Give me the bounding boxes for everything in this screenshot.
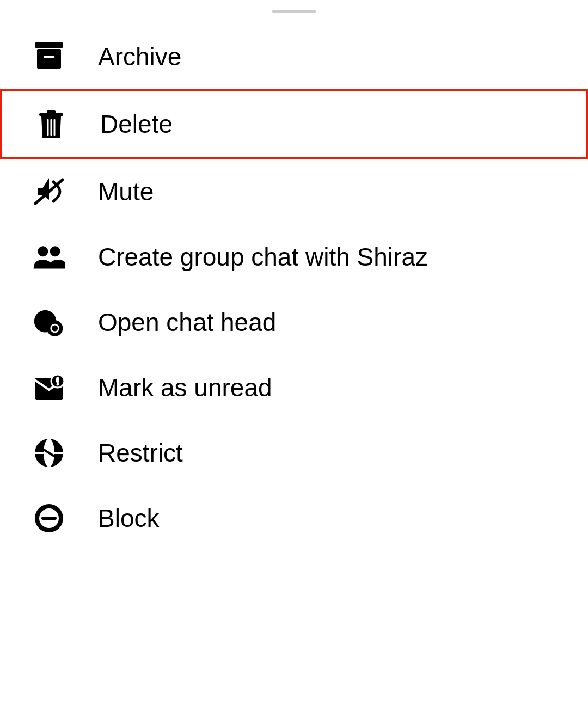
menu-label-archive: Archive (98, 42, 181, 71)
menu-item-create-group[interactable]: Create group chat with Shiraz (0, 224, 588, 290)
svg-point-14 (52, 326, 58, 332)
svg-rect-1 (37, 49, 61, 69)
menu-label-delete: Delete (100, 109, 173, 139)
menu-label-create-group: Create group chat with Shiraz (98, 242, 428, 272)
menu-label-open-chat-head: Open chat head (98, 308, 276, 337)
menu-label-restrict: Restrict (98, 438, 183, 468)
mute-icon (33, 175, 76, 208)
archive-icon (33, 40, 76, 73)
menu-item-mute[interactable]: Mute (0, 159, 588, 224)
svg-point-9 (38, 246, 48, 256)
svg-rect-25 (41, 517, 57, 520)
menu-item-mark-unread[interactable]: Mark as unread (0, 355, 588, 420)
svg-rect-0 (35, 42, 63, 48)
group-icon (33, 241, 76, 273)
svg-point-10 (50, 246, 60, 256)
menu-item-open-chat-head[interactable]: Open chat head (0, 290, 588, 355)
svg-rect-2 (44, 56, 54, 58)
svg-rect-17 (56, 377, 59, 383)
menu-container: Archive Delete Mute Create group chat wi… (0, 13, 588, 562)
menu-item-restrict[interactable]: Restrict (0, 420, 588, 486)
svg-point-18 (57, 383, 59, 386)
chat-head-icon (33, 306, 76, 339)
menu-item-delete[interactable]: Delete (0, 89, 588, 159)
delete-icon (35, 108, 78, 140)
menu-label-mark-unread: Mark as unread (98, 373, 272, 402)
block-icon (33, 502, 76, 535)
restrict-icon (33, 437, 76, 469)
menu-item-archive[interactable]: Archive (0, 24, 588, 89)
menu-item-block[interactable]: Block (0, 486, 588, 551)
mark-unread-icon (33, 371, 76, 404)
svg-rect-4 (47, 110, 56, 114)
menu-label-mute: Mute (98, 177, 154, 206)
menu-label-block: Block (98, 504, 159, 533)
